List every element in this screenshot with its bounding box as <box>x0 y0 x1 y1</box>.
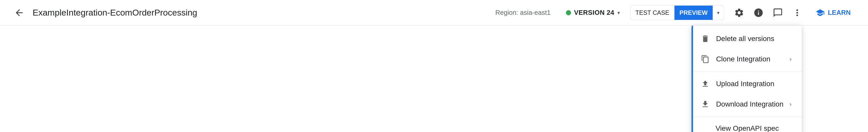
test-case-button[interactable]: TEST CASE PREVIEW ▾ <box>630 5 724 20</box>
download-chevron-icon: › <box>789 101 792 108</box>
clone-chevron-icon: › <box>789 56 792 63</box>
info-button[interactable] <box>749 4 768 22</box>
dropdown-menu: Delete all versions Clone Integration › … <box>691 26 802 132</box>
menu-divider-1 <box>691 71 802 72</box>
test-case-chevron-icon[interactable]: ▾ <box>713 6 723 20</box>
menu-item-download-integration[interactable]: Download Integration › <box>691 94 802 114</box>
page-title: ExampleIntegration-EcomOrderProcessing <box>33 8 197 18</box>
version-chevron-icon: ▾ <box>617 10 620 16</box>
back-button[interactable] <box>10 4 29 22</box>
more-options-button[interactable] <box>788 4 806 22</box>
topbar: ExampleIntegration-EcomOrderProcessing R… <box>0 0 868 26</box>
learn-icon <box>815 8 825 17</box>
region-label: Region: asia-east1 <box>495 9 551 16</box>
version-selector[interactable]: VERSION 24 ▾ <box>561 6 625 20</box>
version-status-dot <box>566 10 571 15</box>
menu-item-upload-integration[interactable]: Upload Integration <box>691 74 802 94</box>
info-icon <box>753 8 764 18</box>
version-label: VERSION 24 <box>574 9 614 16</box>
download-integration-label: Download Integration <box>716 100 783 108</box>
upload-icon <box>701 79 710 89</box>
menu-item-delete-all-versions[interactable]: Delete all versions <box>691 29 802 49</box>
menu-divider-2 <box>691 117 802 117</box>
download-icon <box>701 100 710 109</box>
menu-item-view-openapi-spec[interactable]: View OpenAPI spec <box>691 119 802 132</box>
comment-button[interactable] <box>769 4 787 22</box>
learn-button[interactable]: LEARN <box>808 4 858 22</box>
dropdown-overlay: Delete all versions Clone Integration › … <box>691 26 802 132</box>
settings-button[interactable] <box>730 4 748 22</box>
delete-all-versions-label: Delete all versions <box>716 35 792 43</box>
more-vert-icon <box>792 8 802 18</box>
preview-badge: PREVIEW <box>675 6 713 20</box>
test-case-label: TEST CASE <box>630 6 675 20</box>
comment-icon <box>773 8 783 18</box>
delete-icon <box>701 34 710 43</box>
view-openapi-spec-label: View OpenAPI spec <box>701 124 792 132</box>
upload-integration-label: Upload Integration <box>716 80 792 88</box>
clone-integration-label: Clone Integration <box>716 55 783 63</box>
settings-icon <box>734 8 744 18</box>
menu-item-clone-integration[interactable]: Clone Integration › <box>691 49 802 69</box>
learn-label: LEARN <box>828 9 851 16</box>
copy-icon <box>701 55 710 64</box>
